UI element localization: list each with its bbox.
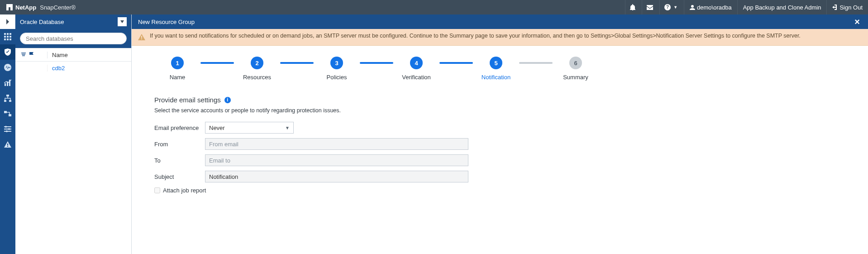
label-from: From [154, 141, 205, 148]
wizard-steps: 1 Name 2 Resources 3 Policies 4 Verifica… [154, 57, 845, 81]
from-input[interactable] [205, 138, 468, 150]
nav-reports[interactable] [0, 75, 15, 91]
svg-rect-28 [7, 146, 8, 147]
envelope-icon [647, 5, 653, 10]
svg-rect-9 [4, 36, 6, 38]
svg-point-5 [691, 5, 694, 8]
label-subject: Subject [154, 173, 205, 180]
svg-rect-0 [6, 4, 9, 10]
page-title: New Resource Group [138, 19, 195, 25]
svg-rect-6 [4, 33, 6, 35]
svg-rect-2 [9, 4, 10, 7]
svg-text:?: ? [666, 5, 669, 10]
alert-icon [4, 141, 11, 148]
role-text: App Backup and Clone Admin [743, 4, 821, 11]
svg-rect-20 [4, 100, 6, 102]
svg-rect-22 [4, 111, 7, 113]
netapp-logo-icon [6, 4, 13, 10]
nav-hosts[interactable] [0, 91, 15, 106]
bell-icon [630, 4, 635, 10]
email-pref-value: Never [209, 125, 225, 131]
svg-rect-7 [7, 33, 9, 35]
user-menu[interactable]: demo\oradba [684, 0, 737, 14]
warning-icon [138, 34, 145, 41]
info-icon[interactable]: i [224, 97, 231, 103]
brand-company: NetApp [15, 4, 36, 11]
svg-rect-10 [7, 36, 9, 38]
messages-button[interactable] [642, 0, 659, 14]
svg-rect-12 [4, 38, 6, 40]
step-summary[interactable]: 6 Summary [553, 57, 599, 81]
svg-point-24 [5, 126, 7, 128]
flag-icon[interactable] [29, 52, 34, 58]
db-name-link[interactable]: cdb2 [47, 65, 131, 72]
search-input[interactable] [20, 33, 127, 44]
svg-rect-19 [6, 95, 9, 96]
nav-monitor[interactable] [0, 60, 15, 75]
plugin-select-label: Oracle Database [20, 19, 64, 25]
svg-point-26 [6, 130, 8, 132]
grid-icon [4, 33, 11, 40]
caret-down-icon: ▼ [285, 125, 290, 130]
nav-storage[interactable] [0, 106, 15, 121]
signout-text: Sign Out [839, 4, 863, 11]
caret-down-icon: ▼ [673, 5, 677, 10]
warning-banner: If you want to send notifications for sc… [132, 29, 868, 46]
attach-report-checkbox[interactable] [154, 187, 160, 193]
hierarchy-icon [4, 95, 11, 102]
svg-rect-1 [10, 4, 13, 10]
svg-rect-16 [5, 83, 6, 86]
svg-rect-27 [7, 144, 8, 145]
svg-rect-8 [10, 33, 11, 35]
help-button[interactable]: ? ▼ [659, 0, 684, 14]
svg-rect-21 [9, 100, 11, 102]
sliders-icon [4, 125, 11, 133]
brand-product: SnapCenter® [40, 4, 76, 11]
nav-resources[interactable] [0, 44, 15, 60]
email-pref-select[interactable]: Never ▼ [205, 122, 294, 134]
chart-icon [4, 79, 11, 86]
user-name: demo\oradba [697, 4, 732, 11]
close-button[interactable]: × [853, 17, 862, 26]
toggle-sidebar-button[interactable] [0, 14, 15, 29]
nav-settings[interactable] [0, 121, 15, 137]
plugin-select-dropdown[interactable] [118, 17, 127, 26]
section-sub: Select the service accounts or people to… [154, 107, 845, 114]
notifications-button[interactable] [625, 0, 642, 14]
signout-icon [832, 5, 838, 10]
step-policies[interactable]: 3 Policies [314, 57, 360, 81]
svg-rect-14 [10, 38, 11, 40]
name-column-header[interactable]: Name [47, 52, 131, 58]
warning-text: If you want to send notifications for sc… [150, 33, 801, 39]
heartbeat-icon [4, 64, 11, 71]
svg-rect-13 [7, 38, 9, 40]
label-to: To [154, 157, 205, 164]
caret-down-icon [120, 20, 124, 23]
step-name[interactable]: 1 Name [154, 57, 200, 81]
brand: NetApp SnapCenter® [0, 4, 82, 11]
section-heading: Provide email settings [154, 96, 221, 104]
signout-button[interactable]: Sign Out [826, 0, 868, 14]
to-input[interactable] [205, 154, 468, 166]
shield-check-icon [4, 48, 11, 56]
role-label[interactable]: App Backup and Clone Admin [737, 0, 827, 14]
chevron-right-icon [6, 19, 10, 24]
svg-rect-29 [141, 36, 142, 38]
svg-point-25 [8, 128, 10, 130]
step-resources[interactable]: 2 Resources [234, 57, 280, 81]
attach-report-label: Attach job report [163, 187, 206, 194]
subject-input[interactable] [205, 171, 468, 182]
step-verification[interactable]: 4 Verification [393, 57, 439, 81]
svg-rect-30 [141, 38, 142, 39]
svg-rect-23 [9, 114, 11, 116]
nav-alerts[interactable] [0, 137, 15, 152]
storage-icon [4, 110, 11, 117]
help-icon: ? [664, 4, 671, 10]
label-email-pref: Email preference [154, 125, 205, 131]
nav-dashboard[interactable] [0, 29, 15, 44]
step-notification[interactable]: 5 Notification [473, 57, 519, 81]
table-row[interactable]: cdb2 [15, 62, 131, 74]
user-icon [690, 5, 695, 10]
svg-rect-11 [10, 36, 11, 38]
sort-icon[interactable] [21, 52, 26, 58]
